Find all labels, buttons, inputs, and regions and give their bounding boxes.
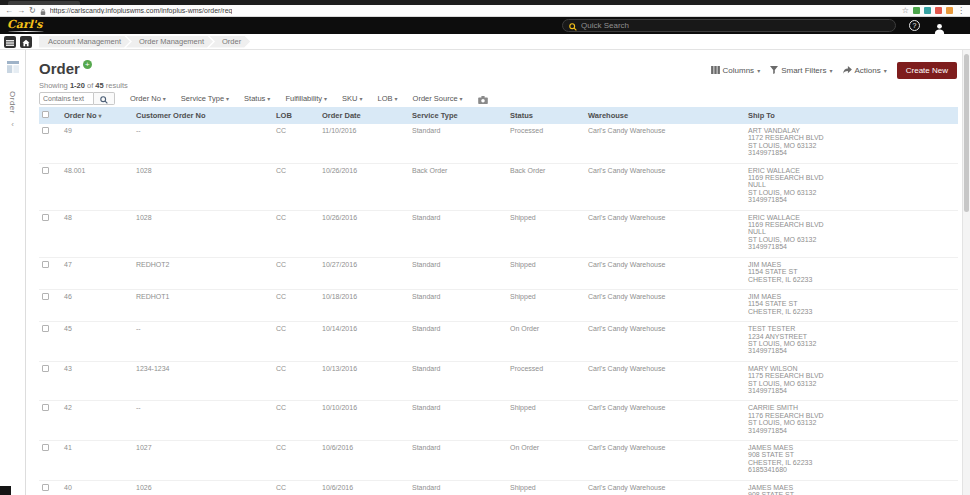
cell-service-type: Standard — [409, 210, 507, 257]
url-text[interactable]: https://carlscandy.infopluswms.com/infop… — [50, 7, 233, 14]
ship-to-line: ST LOUIS, MO 63132 — [748, 419, 955, 426]
cell-order-date: 10/14/2016 — [319, 322, 409, 362]
row-checkbox[interactable] — [42, 444, 49, 451]
smart-filters-button[interactable]: Smart Filters ▾ — [770, 66, 832, 76]
ship-to-line: TEST TESTER — [748, 325, 955, 332]
quick-search[interactable] — [562, 19, 896, 32]
columns-button[interactable]: Columns ▾ — [711, 66, 761, 76]
row-checkbox[interactable] — [42, 325, 49, 332]
panel-layout-icon[interactable] — [7, 59, 19, 77]
row-checkbox[interactable] — [42, 214, 49, 221]
row-checkbox[interactable] — [42, 293, 49, 300]
showing-of: of — [87, 81, 93, 90]
row-checkbox[interactable] — [42, 261, 49, 268]
actions-button[interactable]: Actions ▾ — [843, 66, 887, 76]
cell-status: Processed — [507, 124, 585, 163]
cell-warehouse: Carl's Candy Warehouse — [585, 361, 745, 401]
table-row[interactable]: 42--CC10/10/2016StandardShippedCarl's Ca… — [39, 401, 958, 441]
filter-dropdown-order-source[interactable]: Order Source▾ — [413, 94, 463, 103]
chat-widget[interactable] — [0, 486, 11, 495]
breadcrumb-account-management[interactable]: Account Management — [39, 36, 130, 48]
filter-dropdown-lob[interactable]: LOB▾ — [378, 94, 398, 103]
camera-button[interactable] — [478, 90, 488, 108]
header-label: LOB — [276, 111, 292, 120]
filter-dropdown-label: Status — [244, 94, 265, 103]
column-header-service-type[interactable]: Service Type — [409, 107, 507, 124]
collapse-chevron-icon[interactable]: ‹ — [11, 120, 14, 129]
cell-order-no: 40 — [61, 480, 133, 495]
create-new-button[interactable]: Create New — [897, 62, 957, 79]
row-checkbox[interactable] — [42, 127, 49, 134]
user-icon[interactable] — [934, 20, 945, 31]
help-icon[interactable]: ? — [909, 20, 920, 31]
filter-dropdown-fulfillability[interactable]: Fulfillability▾ — [285, 94, 327, 103]
row-checkbox[interactable] — [42, 365, 49, 372]
table-row[interactable]: 431234-1234CC10/13/2016StandardProcessed… — [39, 361, 958, 401]
carls-logo[interactable]: Carl's — [7, 18, 42, 32]
breadcrumb-order[interactable]: Order — [209, 36, 250, 48]
filter-dropdown-service-type[interactable]: Service Type▾ — [181, 94, 229, 103]
extension-icon[interactable] — [935, 7, 942, 14]
extension-icon[interactable] — [913, 7, 920, 14]
row-checkbox[interactable] — [42, 484, 49, 491]
table-row[interactable]: 49--CC11/10/2016StandardProcessedCarl's … — [39, 124, 958, 163]
ship-to-line: 3149971854 — [748, 347, 955, 354]
cell-warehouse: Carl's Candy Warehouse — [585, 289, 745, 321]
filter-dropdown-sku[interactable]: SKU▾ — [342, 94, 362, 103]
home-button[interactable] — [20, 36, 32, 48]
row-checkbox[interactable] — [42, 167, 49, 174]
table-row[interactable]: 411027CC10/6/2016StandardOn OrderCarl's … — [39, 441, 958, 481]
extension-icon[interactable] — [924, 7, 931, 14]
caret-down-icon: ▾ — [395, 95, 398, 102]
row-checkbox[interactable] — [42, 404, 49, 411]
cell-ship-to: ERIC WALLACE1169 RESEARCH BLVDNULLST LOU… — [745, 210, 958, 257]
breadcrumb-order-management[interactable]: Order Management — [126, 36, 213, 48]
cell-order-no: 49 — [61, 124, 133, 163]
column-header-lob[interactable]: LOB — [273, 107, 319, 124]
bookmark-star-icon[interactable]: ☆ — [902, 7, 909, 15]
page: ← → ↻ https://carlscandy.infopluswms.com… — [0, 0, 970, 495]
browser-menu-icon[interactable]: ⋮ — [957, 7, 965, 15]
contains-text-input[interactable] — [39, 92, 94, 105]
cell-ship-to: ART VANDALAY1172 RESEARCH BLVDST LOUIS, … — [745, 124, 958, 163]
menu-button[interactable] — [4, 36, 16, 48]
cell-lob: CC — [273, 124, 319, 163]
extension-icon[interactable] — [946, 7, 953, 14]
filter-dropdown-label: Order Source — [413, 94, 458, 103]
cell-customer-order-no: 1027 — [133, 441, 273, 481]
column-header-status[interactable]: Status — [507, 107, 585, 124]
cell-ship-to: CARRIE SMITH1176 RESEARCH BLVDST LOUIS, … — [745, 401, 958, 441]
select-all-checkbox[interactable] — [42, 111, 49, 118]
filter-dropdown-status[interactable]: Status▾ — [244, 94, 270, 103]
table-row[interactable]: 401026CC10/6/2016StandardShippedCarl's C… — [39, 480, 958, 495]
quick-search-input[interactable] — [581, 21, 889, 30]
ship-to-line: 1172 RESEARCH BLVD — [748, 134, 955, 141]
table-row[interactable]: 45--CC10/14/2016StandardOn OrderCarl's C… — [39, 322, 958, 362]
table-row[interactable]: 48.0011028CC10/26/2016Back OrderBack Ord… — [39, 163, 958, 210]
column-header-warehouse[interactable]: Warehouse — [585, 107, 745, 124]
column-header-order-no[interactable]: Order No ▾ — [61, 107, 133, 124]
column-header-ship-to[interactable]: Ship To — [745, 107, 958, 124]
table-row[interactable]: 46REDHOT1CC10/18/2016StandardShippedCarl… — [39, 289, 958, 321]
refresh-icon[interactable]: ↻ — [29, 7, 36, 15]
home-icon — [22, 33, 30, 51]
cell-service-type: Standard — [409, 289, 507, 321]
filter-dropdown-order-no[interactable]: Order No▾ — [130, 94, 166, 103]
add-order-icon[interactable]: + — [83, 60, 92, 69]
showing-prefix: Showing — [39, 81, 68, 90]
columns-label: Columns — [723, 66, 755, 75]
caret-down-icon: ▾ — [267, 95, 270, 102]
table-row[interactable]: 47REDHOT2CC10/27/2016StandardShippedCarl… — [39, 257, 958, 289]
scrollbar-thumb[interactable] — [964, 54, 969, 212]
table-row[interactable]: 481028CC10/26/2016StandardShippedCarl's … — [39, 210, 958, 257]
ship-to-line: 908 STATE ST — [748, 491, 955, 495]
cell-lob: CC — [273, 322, 319, 362]
filter-search-button[interactable] — [94, 92, 115, 105]
ship-to-line: 1234 ANYSTREET — [748, 333, 955, 340]
column-header-customer-order-no[interactable]: Customer Order No — [133, 107, 273, 124]
forward-icon[interactable]: → — [17, 7, 25, 15]
back-icon[interactable]: ← — [5, 7, 13, 15]
vertical-scrollbar[interactable] — [962, 50, 970, 495]
rail-vertical-label[interactable]: Order — [8, 91, 17, 114]
column-header-order-date[interactable]: Order Date — [319, 107, 409, 124]
